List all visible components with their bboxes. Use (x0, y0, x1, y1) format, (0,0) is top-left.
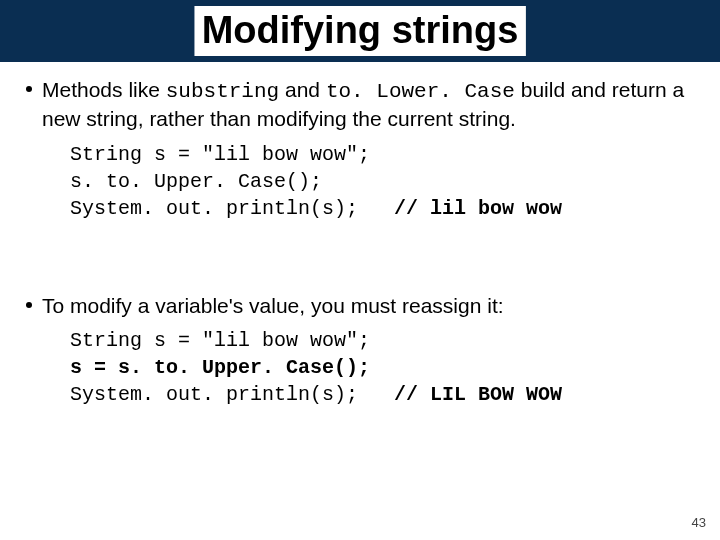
code1-l1: String s = "lil bow wow"; (70, 143, 370, 166)
page-number: 43 (692, 515, 706, 530)
code2-l3a: System. out. println(s); (70, 383, 394, 406)
slide-content: Methods like substring and to. Lower. Ca… (0, 62, 720, 408)
bullet-dot-icon (26, 302, 32, 308)
code1-l2: s. to. Upper. Case(); (70, 170, 322, 193)
spacer (26, 222, 702, 292)
bullet-1: Methods like substring and to. Lower. Ca… (26, 76, 702, 133)
code2-l1: String s = "lil bow wow"; (70, 329, 370, 352)
code2-l2: s = s. to. Upper. Case(); (70, 356, 370, 379)
code-block-1: String s = "lil bow wow"; s. to. Upper. … (70, 141, 702, 222)
bullet-2-text: To modify a variable's value, you must r… (42, 292, 504, 319)
b1-code1: substring (166, 80, 279, 103)
code1-l3a: System. out. println(s); (70, 197, 394, 220)
b1-mid: and (279, 78, 326, 101)
code2-comment: // LIL BOW WOW (394, 383, 562, 406)
code1-comment: // lil bow wow (394, 197, 562, 220)
code-block-2: String s = "lil bow wow"; s = s. to. Upp… (70, 327, 702, 408)
b1-code2: to. Lower. Case (326, 80, 515, 103)
bullet-2: To modify a variable's value, you must r… (26, 292, 702, 319)
header-bar: Modifying strings (0, 0, 720, 62)
b1-pre: Methods like (42, 78, 166, 101)
bullet-dot-icon (26, 86, 32, 92)
slide-title: Modifying strings (195, 6, 526, 56)
bullet-1-text: Methods like substring and to. Lower. Ca… (42, 76, 702, 133)
